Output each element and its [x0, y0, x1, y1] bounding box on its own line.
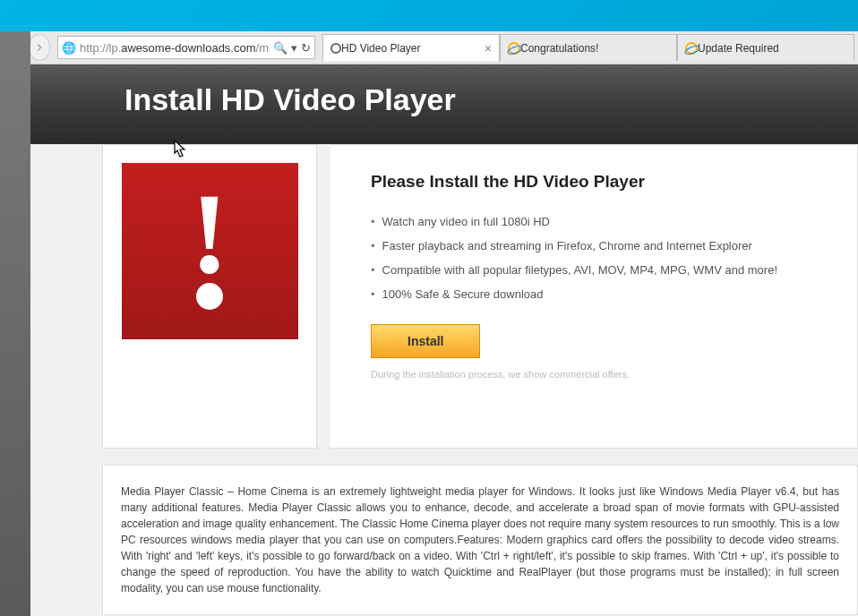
forward-button[interactable]	[29, 34, 50, 61]
list-item: Watch any video in full 1080i HD	[371, 210, 830, 234]
globe-icon: 🌐	[62, 41, 76, 55]
refresh-icon[interactable]: ↻	[301, 41, 311, 55]
list-item: 100% Safe & Secure download	[371, 282, 830, 306]
tab-update-required[interactable]: Update Required	[677, 34, 854, 61]
subtitle: Please Install the HD Video Player	[371, 172, 830, 192]
list-item: Compatible with all popular filetypes, A…	[371, 258, 830, 282]
disclaimer-text: During the installation process, we show…	[371, 369, 830, 380]
ie-icon	[508, 42, 520, 55]
tab-congratulations[interactable]: Congratulations!	[500, 34, 677, 61]
page-content: Install HD Video Player ! Please Install…	[30, 64, 858, 616]
page-header: Install HD Video Player	[30, 64, 858, 144]
url-text: http://lp.awesome-downloads.com/mp	[80, 41, 270, 55]
tab-hd-video-player[interactable]: HD Video Player ×	[322, 34, 500, 61]
description-panel: Media Player Classic – Home Cinema is an…	[102, 465, 858, 615]
tab-title: HD Video Player	[341, 42, 481, 55]
browser-toolbar: 🌐 http://lp.awesome-downloads.com/mp 🔍 ▾…	[0, 31, 858, 64]
exclamation-icon: !	[190, 192, 228, 274]
alert-icon: !	[122, 163, 298, 339]
content-row: ! Please Install the HD Video Player Wat…	[30, 144, 858, 449]
alert-panel: !	[102, 144, 317, 449]
feature-list: Watch any video in full 1080i HD Faster …	[371, 210, 830, 306]
gear-icon	[330, 43, 341, 54]
tab-title: Congratulations!	[520, 42, 669, 55]
tabs-container: HD Video Player × Congratulations! Updat…	[322, 34, 854, 61]
page-title: Install HD Video Player	[124, 82, 858, 117]
search-icon[interactable]: 🔍	[273, 41, 287, 55]
ie-icon	[685, 42, 698, 55]
info-panel: Please Install the HD Video Player Watch…	[330, 144, 858, 449]
list-item: Faster playback and streaming in Firefox…	[371, 234, 830, 258]
exclamation-dot	[196, 283, 223, 310]
install-button[interactable]: Install	[371, 324, 480, 358]
dropdown-icon[interactable]: ▾	[291, 41, 297, 55]
close-icon[interactable]: ×	[485, 41, 492, 56]
left-strip	[0, 31, 30, 616]
address-bar[interactable]: 🌐 http://lp.awesome-downloads.com/mp 🔍 ▾…	[57, 36, 315, 59]
tab-title: Update Required	[698, 42, 846, 55]
